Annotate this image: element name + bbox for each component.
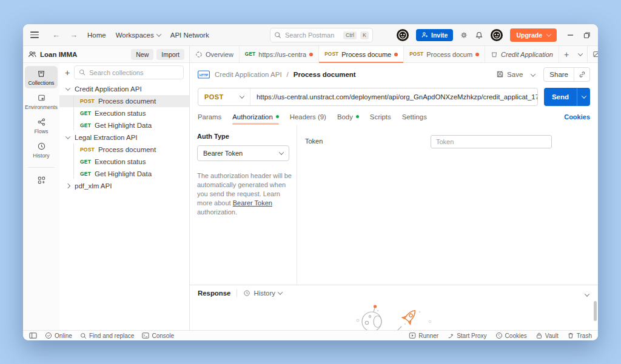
rail-item-history[interactable]: History bbox=[25, 139, 58, 161]
workspace-name[interactable]: Loan IMMA bbox=[40, 51, 77, 58]
auth-type-label: Auth Type bbox=[197, 133, 289, 140]
request-get-highlight-data-2[interactable]: GET Get Highlight Data bbox=[59, 168, 189, 180]
start-proxy-button[interactable]: Start Proxy bbox=[447, 332, 486, 339]
trash-button[interactable]: Trash bbox=[567, 332, 592, 339]
nav-workspaces[interactable]: Workspaces bbox=[116, 31, 161, 39]
notifications-bell-icon[interactable] bbox=[475, 31, 483, 39]
unsaved-dot bbox=[309, 53, 313, 56]
request-url[interactable]: https://us-central.unstract.com/deployme… bbox=[250, 93, 537, 101]
new-button[interactable]: New bbox=[131, 49, 153, 60]
method-badge: GET bbox=[245, 51, 255, 57]
nav-api-network[interactable]: API Network bbox=[170, 31, 209, 39]
rail-divider bbox=[28, 167, 55, 168]
find-and-replace-button[interactable]: Find and replace bbox=[80, 333, 135, 339]
global-search[interactable]: Ctrl K bbox=[270, 28, 373, 42]
runner-button[interactable]: Runner bbox=[409, 332, 438, 339]
tree-guide-line bbox=[73, 144, 74, 179]
tab-options-chevron[interactable] bbox=[574, 46, 587, 62]
bearer-token-link[interactable]: Bearer Token bbox=[233, 199, 272, 207]
request-label: Execution status bbox=[95, 158, 146, 165]
chevron-down-icon bbox=[546, 31, 551, 36]
token-input[interactable] bbox=[431, 135, 552, 148]
person-plus-icon bbox=[421, 31, 428, 38]
history-clock-icon bbox=[243, 290, 250, 297]
restore-window-icon[interactable] bbox=[583, 31, 591, 39]
request-get-highlight-data[interactable]: GET Get Highlight Data bbox=[59, 119, 189, 131]
add-collection-button[interactable]: + bbox=[65, 68, 70, 77]
request-process-document-2[interactable]: POST Process document bbox=[59, 144, 189, 156]
scrollbar-thumb[interactable] bbox=[594, 301, 597, 321]
send-options-chevron[interactable] bbox=[577, 88, 590, 106]
minimize-window-icon[interactable] bbox=[567, 31, 574, 38]
tab-params[interactable]: Params bbox=[198, 113, 221, 121]
request-execution-status-2[interactable]: GET Execution status bbox=[59, 156, 189, 168]
grid-plus-icon bbox=[37, 176, 46, 185]
save-floppy-icon bbox=[496, 70, 504, 78]
collection-search-input[interactable] bbox=[89, 69, 179, 76]
folder-label: pdf_xlm API bbox=[75, 182, 112, 190]
unsaved-dot bbox=[394, 53, 398, 56]
copy-link-button[interactable] bbox=[574, 68, 589, 81]
tab-post-request-2[interactable]: POST Process docum bbox=[404, 46, 485, 62]
auth-type-select[interactable]: Bearer Token bbox=[197, 145, 289, 161]
tab-authorization[interactable]: Authorization bbox=[232, 113, 279, 121]
method-select[interactable]: POST bbox=[198, 88, 250, 105]
global-search-input[interactable] bbox=[285, 31, 340, 39]
chevron-down-icon bbox=[65, 85, 70, 90]
back-arrow-icon[interactable]: ← bbox=[52, 30, 60, 39]
send-button[interactable]: Send bbox=[544, 93, 577, 101]
rail-label: Flows bbox=[35, 128, 49, 134]
folder-label: Legal Extraction API bbox=[75, 134, 138, 141]
share-button[interactable]: Share bbox=[544, 71, 574, 78]
tab-scripts[interactable]: Scripts bbox=[370, 113, 391, 121]
breadcrumb-collection[interactable]: Credit Application API bbox=[215, 71, 282, 78]
nav-home[interactable]: Home bbox=[87, 31, 106, 39]
collapse-response-chevron[interactable] bbox=[585, 291, 589, 298]
settings-gear-icon[interactable] bbox=[460, 31, 468, 39]
response-history-dropdown[interactable]: History bbox=[243, 290, 281, 297]
environment-selector[interactable]: No environment bbox=[587, 46, 598, 62]
tab-body[interactable]: Body bbox=[337, 113, 359, 121]
save-options-chevron[interactable] bbox=[529, 70, 537, 79]
collection-tree: Credit Application API POST Process docu… bbox=[59, 82, 189, 330]
tab-credit-application[interactable]: Credit Application bbox=[485, 46, 559, 62]
console-button[interactable]: Console bbox=[142, 332, 174, 339]
forward-arrow-icon[interactable]: → bbox=[70, 30, 78, 39]
request-label: Get Highlight Data bbox=[95, 170, 152, 177]
folder-credit-application-api[interactable]: Credit Application API bbox=[59, 83, 189, 95]
rail-item-collections[interactable]: Collections bbox=[25, 66, 58, 88]
request-label: Get Highlight Data bbox=[95, 122, 152, 129]
invite-button[interactable]: Invite bbox=[416, 29, 453, 41]
online-status[interactable]: Online bbox=[45, 332, 72, 339]
toggle-sidebar-button[interactable] bbox=[29, 332, 37, 339]
collection-search[interactable] bbox=[74, 65, 184, 79]
tab-overview[interactable]: Overview bbox=[190, 46, 240, 62]
desktop-background: ← → Home Workspaces API Network Ctrl K I… bbox=[0, 0, 621, 364]
method-badge: GET bbox=[80, 122, 91, 128]
main-menu-icon[interactable] bbox=[30, 31, 39, 38]
folder-pdf-xlm-api[interactable]: pdf_xlm API bbox=[59, 180, 189, 192]
folder-legal-extraction-api[interactable]: Legal Extraction API bbox=[59, 131, 189, 144]
tab-headers[interactable]: Headers (9) bbox=[290, 113, 326, 121]
cookies-button[interactable]: Cookies bbox=[495, 332, 527, 339]
upgrade-button[interactable]: Upgrade bbox=[510, 28, 557, 42]
cookies-link[interactable]: Cookies bbox=[564, 113, 590, 121]
vault-button[interactable]: Vault bbox=[535, 332, 559, 339]
unsaved-dot bbox=[475, 53, 479, 56]
rail-item-flows[interactable]: Flows bbox=[25, 114, 58, 137]
tab-get-request[interactable]: GET https://us-centra bbox=[240, 46, 319, 62]
team-avatar[interactable] bbox=[396, 28, 409, 42]
import-button[interactable]: Import bbox=[156, 49, 184, 60]
rail-item-environments[interactable]: Environments bbox=[25, 90, 58, 113]
request-execution-status[interactable]: GET Execution status bbox=[59, 107, 189, 119]
http-request-icon: HTTP bbox=[198, 70, 210, 79]
new-tab-button[interactable]: + bbox=[559, 46, 574, 62]
tab-post-request-active[interactable]: POST Process docume bbox=[319, 46, 404, 62]
auth-type-column: Auth Type Bearer Token The authorization… bbox=[190, 125, 297, 285]
rail-item-more-tools[interactable] bbox=[25, 173, 58, 187]
tab-settings[interactable]: Settings bbox=[402, 113, 427, 121]
save-button[interactable]: Save bbox=[496, 70, 523, 78]
response-section: Response History bbox=[190, 285, 598, 330]
request-process-document[interactable]: POST Process document bbox=[59, 95, 189, 107]
user-avatar[interactable] bbox=[490, 28, 503, 42]
